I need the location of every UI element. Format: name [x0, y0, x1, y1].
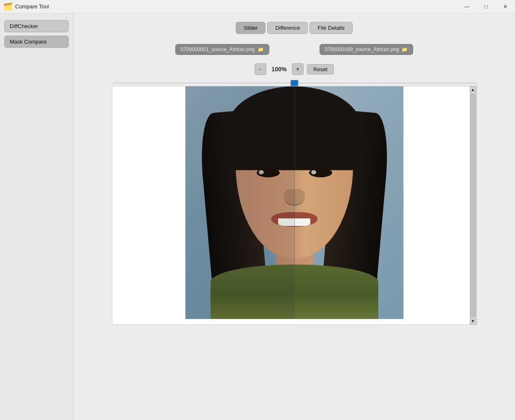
app-icon: 🗂️: [3, 2, 13, 11]
title-bar-left: 🗂️ Compare Tool: [3, 2, 49, 11]
scroll-up-button[interactable]: ▲: [470, 86, 476, 93]
sidebar: DiffChecker Mask Compare: [0, 13, 73, 420]
right-eye-white: [311, 170, 316, 174]
content-area: Slider Difference File Details 070000000…: [73, 13, 515, 420]
scrollbar-thumb[interactable]: [470, 94, 476, 317]
maximize-button[interactable]: □: [476, 0, 496, 13]
zoom-row: - 100% + Reset: [255, 63, 334, 75]
right-eye: [309, 168, 332, 177]
tab-file-details[interactable]: File Details: [310, 22, 352, 34]
compare-viewport: ▲ ▼: [112, 86, 477, 325]
slider-track: [112, 80, 477, 86]
app-title: Compare Tool: [15, 3, 49, 10]
minimize-button[interactable]: —: [457, 0, 476, 13]
scrollbar-y: ▲ ▼: [470, 86, 476, 324]
zoom-value: 100%: [270, 66, 289, 73]
file-selector-left[interactable]: 0700000001_source_African.png 📁: [175, 44, 269, 55]
slider-handle[interactable]: [291, 80, 298, 86]
main-layout: DiffChecker Mask Compare Slider Differen…: [0, 13, 515, 420]
left-folder-icon: 📁: [258, 47, 264, 52]
close-button[interactable]: ✕: [496, 0, 515, 13]
center-divide: [294, 86, 295, 319]
scroll-down-button[interactable]: ▼: [470, 318, 476, 324]
face-canvas: [185, 86, 403, 319]
left-tone-overlay: [185, 86, 294, 319]
file-selector-right[interactable]: 0700000169_source_African.png 📁: [320, 44, 414, 55]
reset-button[interactable]: Reset: [307, 64, 334, 75]
file-row: 0700000001_source_African.png 📁 07000001…: [82, 44, 507, 55]
left-file-name: 0700000001_source_African.png: [181, 47, 255, 52]
sidebar-item-maskcompare[interactable]: Mask Compare: [4, 36, 69, 48]
title-bar-controls: — □ ✕: [457, 0, 515, 13]
sidebar-item-diffchecker[interactable]: DiffChecker: [4, 20, 69, 32]
tab-row: Slider Difference File Details: [236, 22, 353, 34]
title-bar: 🗂️ Compare Tool — □ ✕: [0, 0, 515, 13]
tab-difference[interactable]: Difference: [267, 22, 308, 34]
right-folder-icon: 📁: [401, 47, 408, 52]
right-file-name: 0700000169_source_African.png: [325, 47, 399, 52]
tab-slider[interactable]: Slider: [236, 22, 265, 34]
zoom-in-button[interactable]: +: [292, 63, 304, 75]
zoom-out-button[interactable]: -: [255, 63, 266, 75]
